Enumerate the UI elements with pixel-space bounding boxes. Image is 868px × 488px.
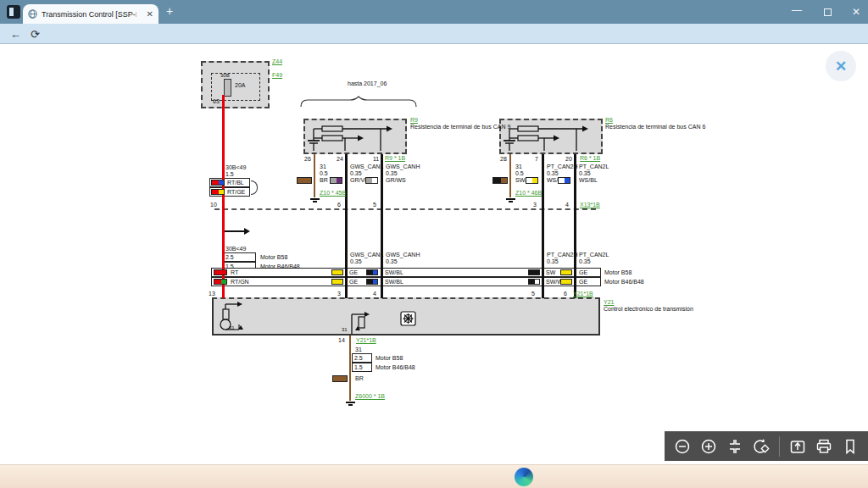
new-tab-button[interactable]: + — [166, 6, 173, 16]
viewer-toolbar — [665, 431, 868, 461]
direction-arrow — [225, 230, 245, 232]
supply-opt2-code: RT/GE — [227, 189, 245, 196]
swatch-sw — [528, 269, 540, 275]
open-new-window-icon[interactable] — [789, 438, 806, 455]
r9-w2-circuit: GWS_CANL — [350, 164, 383, 170]
r6-name: Resistencia de terminal de bus CAN 6 — [605, 124, 705, 130]
browser-url-row: ← ⟳ https://n-alldata.cardexapp.com/migr… — [0, 24, 868, 44]
z6000-link[interactable]: Z6000 * 1B — [355, 393, 385, 400]
back-button[interactable]: ← — [10, 28, 21, 41]
power-module-link[interactable]: Z44 — [272, 58, 282, 65]
y21-link[interactable]: Y21 — [604, 299, 614, 306]
r6-pin-2: 7 — [535, 156, 538, 163]
swatch-br — [297, 177, 312, 184]
reload-button[interactable]: ⟳ — [31, 28, 40, 41]
r9-pin-1: 26 — [304, 156, 311, 163]
swatch-ws-ge — [526, 177, 538, 184]
r6-w3-gauge: 0.35 — [579, 170, 591, 177]
r6-w3-circuit: PT_CAN2L — [579, 164, 609, 170]
outwire-row2-label: Motor B46/B48 — [376, 364, 415, 371]
r9-connector-link[interactable]: R9 * 1B — [385, 155, 405, 162]
window-maximize-button[interactable] — [824, 8, 832, 16]
swatch-br-2 — [332, 375, 348, 382]
wire-y21-ground — [349, 336, 351, 401]
x13-pin-5: 5 — [373, 202, 376, 208]
bus-gws-canh-gauge: 0.35 — [386, 258, 398, 265]
ct-r1-c3: SW/BL — [385, 269, 403, 276]
wire-pt-can2h — [542, 154, 544, 298]
r9-pin-3: 11 — [373, 156, 379, 163]
r6-circuit — [501, 120, 601, 152]
rotate-reset-icon[interactable] — [753, 438, 770, 455]
ground-symbol-y21 — [345, 402, 355, 407]
wire-r9-ground — [314, 154, 315, 197]
r9-w3-circuit: GWS_CANH — [386, 164, 420, 170]
tab-close-icon[interactable]: ✕ — [147, 9, 153, 19]
fuse-terminal-label: 30B — [220, 73, 230, 79]
ground-symbol-r9 — [309, 198, 320, 203]
r6-pin-3: 20 — [565, 156, 572, 163]
r9-ground-link[interactable]: Z10 * 45B — [320, 190, 346, 197]
windows-taskbar — [0, 464, 868, 488]
outwire-row1-gauge: 2.5 — [354, 355, 363, 362]
ct-r2-c5: GE — [579, 279, 587, 286]
browser-tab[interactable]: Transmission Control [SSP-SSP-S ✕ — [23, 4, 159, 24]
r9-w1-circuit: 31 — [320, 164, 326, 170]
y21-name: Control electrónico de transmisión — [604, 306, 693, 313]
zoom-in-icon[interactable] — [700, 438, 717, 455]
swatch-gr-vi — [330, 177, 342, 184]
x13-pin-3: 3 — [533, 202, 537, 208]
swatch-ge-4 — [560, 279, 572, 285]
bus-gws-canh: GWS_CANH — [386, 252, 420, 258]
variant-circuit: 30B<49 — [225, 246, 246, 252]
fuse-pin: 63 — [213, 98, 220, 105]
y21-pin14-link[interactable]: Y21*1B — [356, 337, 376, 344]
r6-w1-gauge: 0.5 — [515, 170, 524, 177]
browser-tab-bar: Transmission Control [SSP-SSP-S ✕ + — ✕ — [0, 0, 868, 24]
edge-icon[interactable] — [515, 468, 533, 486]
wire-gws-canl — [345, 154, 348, 298]
r9-link[interactable]: R9 — [410, 117, 418, 124]
pin-triangle-mid — [355, 326, 360, 330]
zoom-out-icon[interactable] — [674, 438, 691, 455]
r6-connector-link[interactable]: R6 * 1B — [580, 155, 600, 162]
outwire-circuit: 31 — [355, 347, 362, 353]
r9-w3-color: GR/WS — [386, 177, 406, 184]
swatch-rt-gn — [214, 279, 227, 285]
bookmark-icon[interactable] — [842, 438, 859, 455]
x13-pin-6: 6 — [337, 202, 341, 208]
bus-pt-can2l-gauge: 0.35 — [579, 258, 591, 265]
x13-connector-link[interactable]: X13*1B — [580, 202, 600, 208]
diagram-close-button[interactable]: ✕ — [826, 51, 856, 81]
window-close-button[interactable]: ✕ — [852, 7, 860, 17]
variant-row2-label: Motor B46/B48 — [260, 263, 300, 270]
workspaces-icon-inner — [9, 8, 14, 16]
ct-r2-c1: RT/GN — [231, 279, 249, 286]
outwire-row1-label: Motor B58 — [376, 355, 403, 362]
tab-title: Transmission Control [SSP-SSP-S — [42, 10, 136, 19]
r9-w3-gauge: 0.35 — [386, 170, 398, 177]
fit-screen-icon[interactable] — [726, 438, 743, 455]
outwire-color: BR — [355, 375, 364, 382]
swatch-ws-bl — [558, 177, 570, 184]
swatch-ge-3 — [331, 279, 343, 285]
print-icon[interactable] — [815, 438, 832, 455]
y21-pin-14: 14 — [338, 337, 345, 344]
workspaces-icon[interactable] — [7, 5, 20, 19]
fuse-link[interactable]: F49 — [272, 72, 282, 79]
r9-name: Resistencia de terminal de bus CAN 9 — [410, 124, 510, 130]
r6-ground-link[interactable]: Z10 * 46B — [515, 190, 542, 197]
r6-w2-gauge: 0.35 — [547, 170, 559, 177]
supply-gauge: 1.5 — [225, 171, 234, 178]
y21-connector-link[interactable]: Y21*1B — [573, 291, 593, 297]
toolbar-separator — [779, 436, 780, 457]
bus-pt-can2h-gauge: 0.35 — [547, 258, 559, 265]
ct-r2-c3: SW/BL — [385, 279, 403, 286]
window-minimize-button[interactable]: — — [792, 5, 802, 15]
r6-link[interactable]: R6 — [605, 117, 613, 124]
ct-r2-c2: GE — [349, 279, 358, 286]
wire-pt-can2l — [574, 154, 576, 298]
r9-pin-2: 24 — [337, 156, 343, 163]
ct-r2-variant: Motor B46/B48 — [604, 279, 644, 286]
r6-w3-color: WS/BL — [579, 177, 598, 184]
